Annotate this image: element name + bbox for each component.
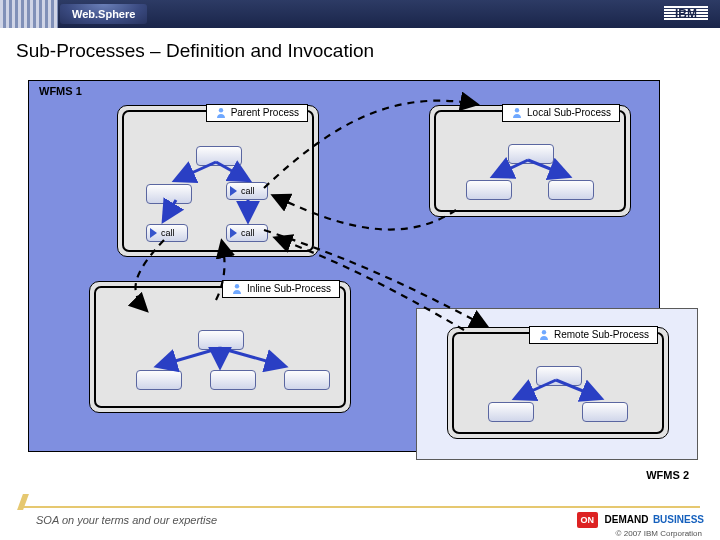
person-icon [231, 283, 243, 295]
wfms1-label: WFMS 1 [39, 85, 82, 97]
svg-point-8 [235, 284, 239, 288]
slide-title: Sub-Processes – Definition and Invocatio… [16, 40, 374, 62]
svg-point-6 [218, 108, 222, 112]
activity-box [548, 180, 594, 200]
panel-inline-subprocess: Inline Sub-Process [89, 281, 351, 413]
copyright: © 2007 IBM Corporation [616, 529, 702, 538]
activity-box [210, 370, 256, 390]
panel-title-text: Local Sub-Process [527, 107, 611, 118]
svg-text:IBM: IBM [675, 7, 697, 21]
call-chip: call [146, 224, 188, 242]
play-icon [230, 186, 237, 196]
footer-tagline: SOA on your terms and our expertise [36, 514, 217, 526]
activity-box [536, 366, 582, 386]
header-bar: Web.Sphere IBM [0, 0, 720, 28]
websphere-logo: Web.Sphere [60, 4, 147, 24]
ondemand-text2: BUSINESS [653, 513, 704, 527]
play-icon [150, 228, 157, 238]
wfms2-label: WFMS 2 [646, 469, 689, 481]
activity-box [508, 144, 554, 164]
call-chip: call [226, 224, 268, 242]
activity-box [284, 370, 330, 390]
activity-box [582, 402, 628, 422]
diagram-canvas: WFMS 1 Parent Process call call call [16, 80, 704, 460]
panel-title-inline: Inline Sub-Process [222, 280, 340, 298]
footer-divider [20, 506, 700, 508]
ibm-logo: IBM [664, 6, 708, 22]
activity-box [136, 370, 182, 390]
header-stripes [0, 0, 58, 28]
panel-title-text: Parent Process [231, 107, 299, 118]
panel-title-remote: Remote Sub-Process [529, 326, 658, 344]
activity-box [196, 146, 242, 166]
panel-title-parent: Parent Process [206, 104, 308, 122]
svg-point-7 [515, 108, 519, 112]
activity-box [146, 184, 192, 204]
ondemand-badge: ON [577, 512, 599, 528]
activity-box [488, 402, 534, 422]
svg-point-9 [542, 330, 546, 334]
panel-local-subprocess: Local Sub-Process [429, 105, 631, 217]
person-icon [215, 107, 227, 119]
person-icon [538, 329, 550, 341]
panel-remote-subprocess: Remote Sub-Process [447, 327, 669, 439]
call-label: call [241, 225, 255, 241]
ondemand-logo: ON DEMAND BUSINESS [577, 510, 704, 526]
panel-parent-process: Parent Process call call call [117, 105, 319, 257]
wfms2-region: Remote Sub-Process WFMS 2 [416, 308, 698, 460]
panel-title-text: Remote Sub-Process [554, 329, 649, 340]
panel-title-text: Inline Sub-Process [247, 283, 331, 294]
ondemand-text1: DEMAND [605, 513, 649, 527]
call-chip: call [226, 182, 268, 200]
call-label: call [241, 183, 255, 199]
activity-box [198, 330, 244, 350]
activity-box [466, 180, 512, 200]
panel-title-local: Local Sub-Process [502, 104, 620, 122]
person-icon [511, 107, 523, 119]
play-icon [230, 228, 237, 238]
call-label: call [161, 225, 175, 241]
